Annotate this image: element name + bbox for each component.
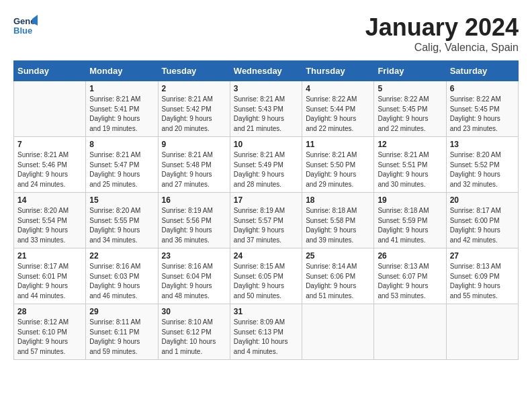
day-info: Sunrise: 8:11 AM Sunset: 6:11 PM Dayligh… [89, 318, 154, 357]
day-number: 19 [378, 195, 442, 205]
calendar-cell: 7Sunrise: 8:21 AM Sunset: 5:46 PM Daylig… [14, 137, 86, 193]
week-row-5: 28Sunrise: 8:12 AM Sunset: 6:10 PM Dayli… [14, 304, 519, 360]
calendar-cell: 14Sunrise: 8:20 AM Sunset: 5:54 PM Dayli… [14, 193, 86, 248]
week-row-2: 7Sunrise: 8:21 AM Sunset: 5:46 PM Daylig… [14, 137, 519, 193]
svg-text:Blue: Blue [13, 26, 32, 36]
page-header: General Blue January 2024 Calig, Valenci… [13, 13, 519, 54]
day-number: 18 [306, 195, 370, 205]
title-block: January 2024 Calig, Valencia, Spain [365, 13, 519, 54]
calendar-cell: 16Sunrise: 8:19 AM Sunset: 5:56 PM Dayli… [158, 193, 230, 248]
day-number: 31 [234, 307, 298, 316]
day-info: Sunrise: 8:22 AM Sunset: 5:45 PM Dayligh… [450, 95, 515, 134]
day-number: 15 [89, 195, 154, 205]
day-number: 27 [450, 251, 515, 261]
calendar-cell: 18Sunrise: 8:18 AM Sunset: 5:58 PM Dayli… [302, 193, 374, 248]
calendar-cell: 2Sunrise: 8:21 AM Sunset: 5:42 PM Daylig… [158, 81, 230, 137]
week-row-1: 1Sunrise: 8:21 AM Sunset: 5:41 PM Daylig… [14, 81, 519, 137]
day-number: 14 [17, 195, 82, 205]
calendar-cell: 23Sunrise: 8:16 AM Sunset: 6:04 PM Dayli… [158, 248, 230, 304]
day-info: Sunrise: 8:10 AM Sunset: 6:12 PM Dayligh… [162, 318, 226, 357]
calendar-cell [302, 304, 374, 360]
day-info: Sunrise: 8:19 AM Sunset: 5:56 PM Dayligh… [162, 206, 226, 245]
day-info: Sunrise: 8:12 AM Sunset: 6:10 PM Dayligh… [17, 318, 82, 357]
calendar-cell: 24Sunrise: 8:15 AM Sunset: 6:05 PM Dayli… [230, 248, 302, 304]
week-row-4: 21Sunrise: 8:17 AM Sunset: 6:01 PM Dayli… [14, 248, 519, 304]
calendar-cell: 25Sunrise: 8:14 AM Sunset: 6:06 PM Dayli… [302, 248, 374, 304]
calendar-cell: 26Sunrise: 8:13 AM Sunset: 6:07 PM Dayli… [374, 248, 446, 304]
day-info: Sunrise: 8:09 AM Sunset: 6:13 PM Dayligh… [234, 318, 298, 357]
calendar-cell [374, 304, 446, 360]
day-info: Sunrise: 8:14 AM Sunset: 6:06 PM Dayligh… [306, 262, 370, 301]
day-info: Sunrise: 8:21 AM Sunset: 5:41 PM Dayligh… [89, 95, 154, 134]
day-number: 22 [89, 251, 154, 261]
weekday-header-sunday: Sunday [14, 61, 86, 81]
day-info: Sunrise: 8:13 AM Sunset: 6:07 PM Dayligh… [378, 262, 442, 301]
day-number: 13 [450, 140, 515, 149]
calendar-cell: 12Sunrise: 8:21 AM Sunset: 5:51 PM Dayli… [374, 137, 446, 193]
calendar-cell: 1Sunrise: 8:21 AM Sunset: 5:41 PM Daylig… [86, 81, 158, 137]
day-number: 26 [378, 251, 442, 261]
calendar-cell: 6Sunrise: 8:22 AM Sunset: 5:45 PM Daylig… [446, 81, 518, 137]
day-info: Sunrise: 8:19 AM Sunset: 5:57 PM Dayligh… [234, 206, 298, 245]
location: Calig, Valencia, Spain [365, 42, 519, 54]
calendar-cell: 31Sunrise: 8:09 AM Sunset: 6:13 PM Dayli… [230, 304, 302, 360]
day-number: 23 [162, 251, 226, 261]
day-info: Sunrise: 8:16 AM Sunset: 6:03 PM Dayligh… [89, 262, 154, 301]
day-number: 24 [234, 251, 298, 261]
day-info: Sunrise: 8:18 AM Sunset: 5:59 PM Dayligh… [378, 206, 442, 245]
day-number: 21 [17, 251, 82, 261]
calendar-cell: 11Sunrise: 8:21 AM Sunset: 5:50 PM Dayli… [302, 137, 374, 193]
day-number: 8 [89, 140, 154, 149]
day-number: 29 [89, 307, 154, 316]
weekday-header-friday: Friday [374, 61, 446, 81]
calendar-cell: 17Sunrise: 8:19 AM Sunset: 5:57 PM Dayli… [230, 193, 302, 248]
weekday-header-tuesday: Tuesday [158, 61, 230, 81]
day-number: 7 [17, 140, 82, 149]
calendar-cell: 4Sunrise: 8:22 AM Sunset: 5:44 PM Daylig… [302, 81, 374, 137]
day-number: 11 [306, 140, 370, 149]
day-number: 17 [234, 195, 298, 205]
day-info: Sunrise: 8:20 AM Sunset: 5:52 PM Dayligh… [450, 150, 515, 189]
calendar-cell: 21Sunrise: 8:17 AM Sunset: 6:01 PM Dayli… [14, 248, 86, 304]
calendar-cell: 22Sunrise: 8:16 AM Sunset: 6:03 PM Dayli… [86, 248, 158, 304]
day-number: 28 [17, 307, 82, 316]
calendar-cell [446, 304, 518, 360]
day-info: Sunrise: 8:21 AM Sunset: 5:49 PM Dayligh… [234, 150, 298, 189]
day-number: 3 [234, 84, 298, 93]
day-number: 20 [450, 195, 515, 205]
weekday-header-saturday: Saturday [446, 61, 518, 81]
day-number: 25 [306, 251, 370, 261]
day-info: Sunrise: 8:21 AM Sunset: 5:48 PM Dayligh… [162, 150, 226, 189]
day-number: 4 [306, 84, 370, 93]
calendar-cell: 28Sunrise: 8:12 AM Sunset: 6:10 PM Dayli… [14, 304, 86, 360]
day-number: 10 [234, 140, 298, 149]
day-info: Sunrise: 8:20 AM Sunset: 5:55 PM Dayligh… [89, 206, 154, 245]
day-info: Sunrise: 8:15 AM Sunset: 6:05 PM Dayligh… [234, 262, 298, 301]
day-number: 2 [162, 84, 226, 93]
calendar-cell: 27Sunrise: 8:13 AM Sunset: 6:09 PM Dayli… [446, 248, 518, 304]
day-info: Sunrise: 8:21 AM Sunset: 5:43 PM Dayligh… [234, 95, 298, 134]
day-info: Sunrise: 8:22 AM Sunset: 5:45 PM Dayligh… [378, 95, 442, 134]
calendar-cell: 19Sunrise: 8:18 AM Sunset: 5:59 PM Dayli… [374, 193, 446, 248]
day-number: 6 [450, 84, 515, 93]
day-info: Sunrise: 8:16 AM Sunset: 6:04 PM Dayligh… [162, 262, 226, 301]
day-number: 16 [162, 195, 226, 205]
day-number: 30 [162, 307, 226, 316]
weekday-header-thursday: Thursday [302, 61, 374, 81]
day-number: 1 [89, 84, 154, 93]
calendar-cell: 29Sunrise: 8:11 AM Sunset: 6:11 PM Dayli… [86, 304, 158, 360]
day-info: Sunrise: 8:18 AM Sunset: 5:58 PM Dayligh… [306, 206, 370, 245]
calendar-cell: 5Sunrise: 8:22 AM Sunset: 5:45 PM Daylig… [374, 81, 446, 137]
weekday-header-monday: Monday [86, 61, 158, 81]
day-info: Sunrise: 8:21 AM Sunset: 5:42 PM Dayligh… [162, 95, 226, 134]
week-row-3: 14Sunrise: 8:20 AM Sunset: 5:54 PM Dayli… [14, 193, 519, 248]
day-number: 9 [162, 140, 226, 149]
logo-icon: General Blue [13, 13, 38, 38]
day-info: Sunrise: 8:13 AM Sunset: 6:09 PM Dayligh… [450, 262, 515, 301]
day-number: 12 [378, 140, 442, 149]
logo: General Blue [13, 13, 40, 38]
calendar-table: SundayMondayTuesdayWednesdayThursdayFrid… [13, 60, 519, 360]
weekday-header-wednesday: Wednesday [230, 61, 302, 81]
calendar-cell: 3Sunrise: 8:21 AM Sunset: 5:43 PM Daylig… [230, 81, 302, 137]
calendar-cell: 30Sunrise: 8:10 AM Sunset: 6:12 PM Dayli… [158, 304, 230, 360]
